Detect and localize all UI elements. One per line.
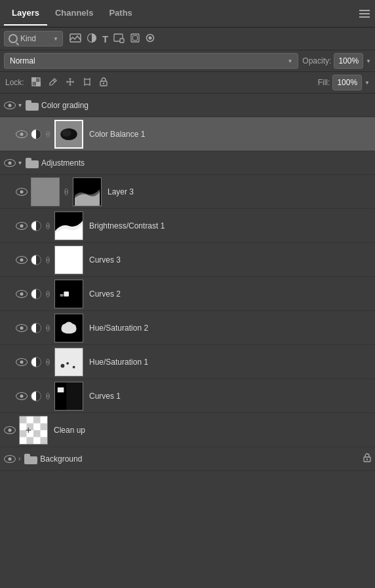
lock-icons xyxy=(30,76,109,90)
group-expand-arrow[interactable]: ▾ xyxy=(18,101,22,109)
layer-name-curves2: Curves 2 xyxy=(89,289,121,299)
group-name-background: Background xyxy=(40,454,82,464)
adjustment-icon-curves1 xyxy=(31,391,41,401)
layer-name-layer3: Layer 3 xyxy=(108,187,134,196)
svg-point-43 xyxy=(64,322,73,330)
thumbnail-huesat1 xyxy=(54,348,83,377)
svg-rect-27 xyxy=(31,178,59,206)
filter-kind-select[interactable]: Kind ▼ xyxy=(4,31,63,46)
opacity-input[interactable]: 100% xyxy=(334,53,363,69)
filter-adjustment-icon[interactable] xyxy=(87,33,97,45)
filter-circle-icon[interactable] xyxy=(146,33,155,44)
filter-icons: T xyxy=(69,33,155,45)
bg-expand-arrow[interactable]: › xyxy=(18,455,20,462)
visibility-toggle-color-balance-1[interactable] xyxy=(16,130,28,139)
layer-background[interactable]: › Background xyxy=(0,447,375,471)
filter-smart-icon[interactable] xyxy=(130,33,140,45)
layer-hue-sat-2[interactable]: Hue/Saturation 2 xyxy=(0,311,375,345)
visibility-toggle-huesat2[interactable] xyxy=(16,323,28,333)
layer-curves-2[interactable]: Curves 2 xyxy=(0,277,375,311)
lock-artboard-icon[interactable] xyxy=(81,76,94,90)
blend-mode-select[interactable]: Normal ▼ xyxy=(4,53,298,69)
visibility-toggle-huesat1[interactable] xyxy=(16,358,28,367)
fill-control: Fill: 100% ▼ xyxy=(318,75,370,90)
group-expand-arrow-adjustments[interactable]: ▾ xyxy=(18,159,22,166)
opacity-label: Opacity: xyxy=(302,56,331,65)
svg-rect-37 xyxy=(60,294,64,297)
layer-layer3[interactable]: Layer 3 xyxy=(0,175,375,209)
layer-name-huesat2: Hue/Saturation 2 xyxy=(89,323,148,333)
lock-row: Lock: xyxy=(0,72,375,94)
layer-curves-1[interactable]: Curves 1 xyxy=(0,379,375,413)
layer-name-curves1: Curves 1 xyxy=(89,392,121,401)
thumbnail-curves3 xyxy=(54,246,83,274)
group-name-color-grading: Color grading xyxy=(41,101,89,110)
visibility-toggle-cleanup[interactable] xyxy=(4,426,16,435)
fill-input[interactable]: 100% xyxy=(332,75,362,90)
svg-rect-62 xyxy=(41,437,48,444)
lock-pixels-icon[interactable] xyxy=(47,76,60,90)
visibility-toggle-curves2[interactable] xyxy=(16,289,28,299)
svg-rect-4 xyxy=(131,34,139,42)
link-icon-layer3 xyxy=(63,187,69,197)
filter-pixel-icon[interactable] xyxy=(69,33,81,45)
thumbnail-cleanup xyxy=(19,416,48,445)
svg-rect-61 xyxy=(27,437,34,444)
filter-shape-icon[interactable] xyxy=(113,33,125,45)
lock-all-icon[interactable] xyxy=(98,76,109,90)
opacity-control: Opacity: 100% ▼ xyxy=(302,53,371,69)
layer-name-brightness: Brightness/Contrast 1 xyxy=(89,221,165,230)
visibility-toggle-brightness[interactable] xyxy=(16,221,28,230)
visibility-toggle-curves1[interactable] xyxy=(16,392,28,401)
thumbnail-curves1 xyxy=(54,382,83,411)
visibility-toggle-background[interactable] xyxy=(4,454,16,464)
layer-color-balance-1[interactable]: Color Balance 1 xyxy=(0,117,375,151)
adjustment-icon-curves3 xyxy=(31,255,41,265)
thumbnail-curves2 xyxy=(54,280,83,308)
thumbnail-huesat2 xyxy=(54,314,83,342)
link-icon-color-balance-1 xyxy=(45,129,51,139)
visibility-toggle-curves3[interactable] xyxy=(16,255,28,265)
svg-rect-57 xyxy=(27,423,34,430)
tab-channels[interactable]: Channels xyxy=(47,1,102,26)
layer-name-huesat1: Hue/Saturation 1 xyxy=(89,358,148,367)
adjustment-icon-color-balance-1 xyxy=(31,129,41,139)
link-icon-curves1 xyxy=(45,391,51,401)
filter-text-icon[interactable]: T xyxy=(102,34,108,44)
visibility-toggle-adjustments[interactable] xyxy=(4,158,16,168)
lock-transparent-icon[interactable] xyxy=(30,76,43,90)
link-icon-curves3 xyxy=(45,255,51,265)
link-icon-curves2 xyxy=(45,289,51,299)
visibility-toggle-layer3[interactable] xyxy=(16,187,28,196)
folder-icon-adjustments xyxy=(26,158,39,168)
svg-rect-60 xyxy=(33,430,41,437)
group-adjustments[interactable]: ▾ Adjustments xyxy=(0,151,375,175)
blend-mode-value: Normal xyxy=(10,56,35,65)
svg-rect-3 xyxy=(120,39,124,43)
svg-rect-33 xyxy=(55,246,83,274)
lock-position-icon[interactable] xyxy=(64,76,77,90)
layer-brightness-contrast-1[interactable]: Brightness/Contrast 1 xyxy=(0,209,375,243)
panel-menu-icon[interactable] xyxy=(359,10,370,18)
svg-point-66 xyxy=(366,458,368,460)
svg-rect-53 xyxy=(58,387,64,392)
layer-clean-up[interactable]: Clean up xyxy=(0,413,375,447)
fill-dropdown-arrow[interactable]: ▼ xyxy=(365,80,370,86)
svg-point-22 xyxy=(102,83,104,84)
visibility-toggle-color-grading[interactable] xyxy=(4,101,16,110)
thumbnail-layer3-mask xyxy=(73,177,102,206)
tab-layers[interactable]: Layers xyxy=(4,1,47,26)
group-color-grading[interactable]: ▾ Color grading xyxy=(0,94,375,117)
layers-list: ▾ Color grading Color Balance 1 ▾ Adjus xyxy=(0,94,375,471)
svg-rect-46 xyxy=(55,348,83,376)
tabs-bar: Layers Channels Paths xyxy=(0,0,375,28)
layer-hue-sat-1[interactable]: Hue/Saturation 1 xyxy=(0,345,375,379)
svg-point-49 xyxy=(73,365,75,368)
opacity-dropdown-arrow[interactable]: ▼ xyxy=(366,58,371,64)
link-icon-brightness xyxy=(45,221,51,231)
adjustment-icon-huesat1 xyxy=(31,357,41,367)
link-icon-huesat2 xyxy=(45,323,51,333)
layer-curves-3[interactable]: Curves 3 xyxy=(0,243,375,277)
svg-rect-55 xyxy=(20,416,27,424)
tab-paths[interactable]: Paths xyxy=(101,1,140,26)
